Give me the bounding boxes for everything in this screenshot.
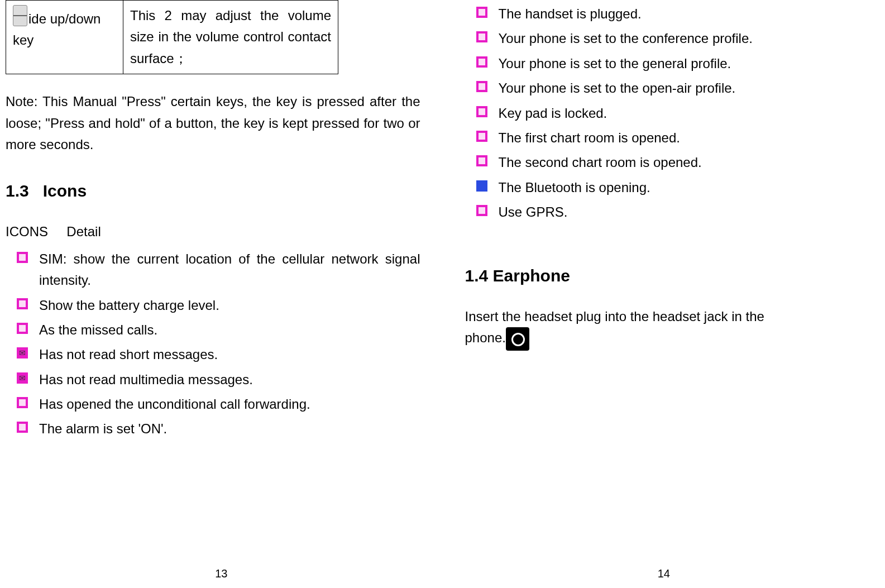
signal-icon xyxy=(17,252,28,263)
icon-text: Your phone is set to the conference prof… xyxy=(499,31,753,46)
page-left: ide up/down key This 2 may adjust the vo… xyxy=(0,0,443,588)
section-title-earphone: 1.4 Earphone xyxy=(465,262,880,289)
icon-text: Your phone is set to the open-air profil… xyxy=(499,80,736,95)
icon-text: Key pad is locked. xyxy=(499,106,607,121)
earphone-jack-icon xyxy=(506,327,529,351)
earphone-text-b: phone. xyxy=(465,330,506,345)
page-number-right: 14 xyxy=(443,565,886,582)
earphone-line2: phone. xyxy=(465,327,880,351)
icon-item-gprs: Use GPRS. xyxy=(476,202,880,223)
icon-item-chat2: The second chart room is opened. xyxy=(476,152,880,173)
icon-text: The first chart room is opened. xyxy=(499,130,680,145)
section-name: Earphone xyxy=(493,266,570,285)
alarm-icon xyxy=(17,422,28,433)
icon-text: As the missed calls. xyxy=(39,322,157,337)
icon-text: The handset is plugged. xyxy=(499,6,642,21)
icon-item-alarm: The alarm is set 'ON'. xyxy=(17,418,420,439)
icon-item-signal: SIM: show the current location of the ce… xyxy=(17,248,420,291)
key-cell-left: ide up/down key xyxy=(6,1,123,74)
page-number-left: 13 xyxy=(0,565,443,582)
section-name: Icons xyxy=(43,181,87,200)
icon-text: Has opened the unconditional call forwar… xyxy=(39,396,310,412)
battery-icon xyxy=(17,298,28,309)
icon-text: The alarm is set 'ON'. xyxy=(39,421,167,436)
icon-item-chat1: The first chart room is opened. xyxy=(476,127,880,149)
section-title-icons: 1.3 Icons xyxy=(6,178,420,204)
chat2-icon xyxy=(476,155,487,166)
icons-head-right: Detail xyxy=(66,224,101,239)
icon-item-bluetooth: The Bluetooth is opening. xyxy=(476,177,880,198)
mms-icon xyxy=(17,372,28,384)
icon-item-general: Your phone is set to the general profile… xyxy=(476,53,880,74)
icon-item-missed: As the missed calls. xyxy=(17,319,420,341)
icon-item-handset: The handset is plugged. xyxy=(476,3,880,25)
icon-text: Has not read short messages. xyxy=(39,347,218,362)
icon-text: Show the battery charge level. xyxy=(39,298,219,313)
section-num: 1.3 xyxy=(6,181,29,200)
icon-item-battery: Show the battery charge level. xyxy=(17,295,420,316)
key-desc: This 2 may adjust the volume size in the… xyxy=(130,8,331,66)
icon-item-conference: Your phone is set to the conference prof… xyxy=(476,28,880,49)
lock-icon xyxy=(476,106,487,117)
icon-item-mms: Has not read multimedia messages. xyxy=(17,369,420,390)
handset-icon xyxy=(476,7,487,18)
chat1-icon xyxy=(476,131,487,142)
general-profile-icon xyxy=(476,56,487,68)
icon-text: Your phone is set to the general profile… xyxy=(499,56,731,71)
icons-header-row: ICONS Detail xyxy=(6,221,420,242)
note-text: Note: This Manual "Press" certain keys, … xyxy=(6,91,420,155)
key-cell-right: This 2 may adjust the volume size in the… xyxy=(123,1,338,74)
gprs-icon xyxy=(476,205,487,216)
bluetooth-icon xyxy=(476,180,487,192)
icon-text: Has not read multimedia messages. xyxy=(39,372,253,387)
icon-item-sms: Has not read short messages. xyxy=(17,344,420,365)
earphone-text-a: Insert the headset plug into the headset… xyxy=(465,309,764,324)
key-table: ide up/down key This 2 may adjust the vo… xyxy=(6,0,338,74)
icons-head-left: ICONS xyxy=(6,224,48,239)
openair-profile-icon xyxy=(476,81,487,92)
side-key-icon xyxy=(13,5,27,26)
call-forward-icon xyxy=(17,397,28,408)
icon-text: Use GPRS. xyxy=(499,204,568,219)
earphone-paragraph: Insert the headset plug into the headset… xyxy=(465,306,880,327)
icon-item-forward: Has opened the unconditional call forwar… xyxy=(17,394,420,415)
icon-text: The Bluetooth is opening. xyxy=(499,180,650,195)
icon-item-lock: Key pad is locked. xyxy=(476,103,880,124)
missed-call-icon xyxy=(17,323,28,334)
conference-icon xyxy=(476,31,487,42)
page-right: The handset is plugged. Your phone is se… xyxy=(443,0,886,588)
sms-icon xyxy=(17,347,28,358)
icon-text: The second chart room is opened. xyxy=(499,155,702,170)
icon-text: SIM: show the current location of the ce… xyxy=(39,251,420,288)
icon-item-openair: Your phone is set to the open-air profil… xyxy=(476,78,880,99)
section-num: 1.4 xyxy=(465,266,489,285)
